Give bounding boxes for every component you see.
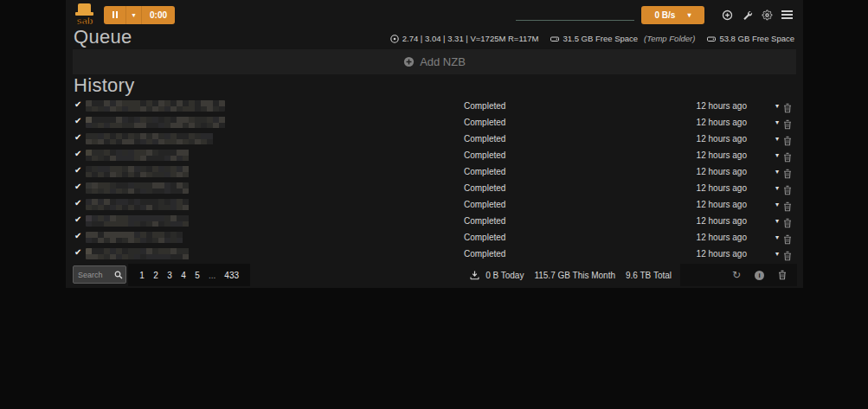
redacted-job-name [86,248,190,259]
sabnzbd-logo[interactable]: sab [71,3,99,27]
page-button[interactable]: 5 [192,271,203,280]
history-row[interactable]: ✔Completed12 hours ago▾ [66,246,803,262]
footer-actions: ↻ i [680,264,797,286]
free-space-complete-value: 53.8 GB Free Space [719,34,794,43]
row-actions-caret[interactable]: ▾ [775,131,779,147]
row-actions-caret[interactable]: ▾ [775,196,779,213]
gear-icon[interactable] [761,9,773,21]
row-actions-caret[interactable]: ▾ [775,114,779,131]
delete-row-icon[interactable] [783,200,792,210]
redacted-job-name [86,100,225,112]
plus-circle-icon [403,56,415,67]
info-icon[interactable]: i [755,271,764,280]
add-icon[interactable] [721,9,733,21]
history-row[interactable]: ✔Completed12 hours ago▾ [66,114,803,131]
row-actions-caret[interactable]: ▾ [775,163,779,180]
job-status: Completed [464,180,505,196]
queue-title: Queue [74,26,132,48]
row-actions-caret[interactable]: ▾ [775,213,779,229]
row-actions-caret[interactable]: ▾ [775,98,779,114]
job-status: Completed [464,213,505,229]
delete-row-icon[interactable] [783,150,792,161]
menu-icon[interactable] [781,9,793,21]
refresh-icon[interactable]: ↻ [732,269,741,281]
speed-value: 0 B/s [655,10,676,20]
job-age: 12 hours ago [697,114,747,131]
redacted-job-name [86,232,188,243]
redacted-job-name [86,150,190,161]
history-row[interactable]: ✔Completed12 hours ago▾ [66,213,803,229]
delete-row-icon[interactable] [783,118,792,128]
delete-row-icon[interactable] [783,249,792,259]
page-button[interactable]: 2 [151,271,161,280]
job-age: 12 hours ago [697,196,747,213]
trash-icon[interactable] [778,270,787,280]
svg-text:sab: sab [77,16,93,26]
top-navbar: sab ▾ 0:00 0 B/s ▾ [66,0,803,29]
row-actions-caret[interactable]: ▾ [775,246,779,262]
history-footer: 12345...433 0 B Today 115.7 GB This Mont… [73,264,797,286]
history-row[interactable]: ✔Completed12 hours ago▾ [66,98,803,114]
download-icon [470,271,479,280]
delete-row-icon[interactable] [783,233,792,243]
pause-timer[interactable]: 0:00 [142,6,175,24]
redacted-job-name [86,133,216,144]
search-icon[interactable] [112,266,125,283]
performance-values: 2.74 | 3.04 | 3.31 | V=1725M R=117M [402,34,539,43]
job-age: 12 hours ago [697,229,747,246]
delete-row-icon[interactable] [783,134,792,144]
history-row[interactable]: ✔Completed12 hours ago▾ [66,163,803,180]
row-actions-caret[interactable]: ▾ [775,180,779,196]
job-age: 12 hours ago [697,98,747,114]
job-age: 12 hours ago [697,147,747,163]
job-status: Completed [464,246,505,262]
add-nzb-label: Add NZB [420,55,466,68]
page-button[interactable]: 1 [137,271,147,280]
completed-check-icon: ✔ [74,214,81,224]
page-button[interactable]: 4 [178,271,189,280]
temp-folder-note: (Temp Folder) [644,34,695,43]
page-ellipsis: ... [206,271,218,280]
downloaded-total: 9.6 TB Total [626,271,672,280]
downloaded-today: 0 B Today [485,271,524,280]
row-actions-caret[interactable]: ▾ [775,147,779,163]
completed-check-icon: ✔ [74,149,81,158]
status-bar: 2.74 | 3.04 | 3.31 | V=1725M R=117M 31.5… [390,34,794,43]
history-list: ✔Completed12 hours ago▾✔Completed12 hour… [66,98,803,262]
completed-check-icon: ✔ [74,132,81,142]
wrench-icon[interactable] [741,9,753,21]
history-row[interactable]: ✔Completed12 hours ago▾ [66,196,803,213]
history-row[interactable]: ✔Completed12 hours ago▾ [66,229,803,246]
delete-row-icon[interactable] [783,216,792,227]
download-totals: 0 B Today 115.7 GB This Month 9.6 TB Tot… [470,264,672,286]
delete-row-icon[interactable] [783,167,792,177]
search-input[interactable] [74,271,112,279]
pause-dropdown-caret[interactable]: ▾ [126,6,142,24]
completed-check-icon: ✔ [74,165,81,175]
delete-row-icon[interactable] [783,183,792,194]
add-nzb-dropzone[interactable]: Add NZB [73,49,796,74]
page-button[interactable]: 3 [164,271,175,280]
history-row[interactable]: ✔Completed12 hours ago▾ [66,131,803,147]
sabnzbd-app: sab ▾ 0:00 0 B/s ▾ [66,0,803,288]
performance-icon [390,35,399,43]
downloaded-month: 115.7 GB This Month [534,271,615,280]
redacted-job-name [86,199,190,210]
hdd-icon [707,35,716,43]
page-button[interactable]: 433 [222,271,241,280]
job-status: Completed [464,163,505,180]
completed-check-icon: ✔ [74,231,81,240]
performance-stats: 2.74 | 3.04 | 3.31 | V=1725M R=117M [390,34,539,43]
job-status: Completed [464,114,505,131]
pause-button[interactable] [104,6,126,24]
history-row[interactable]: ✔Completed12 hours ago▾ [66,180,803,196]
row-actions-caret[interactable]: ▾ [775,229,779,246]
speed-limit-dropdown[interactable]: 0 B/s ▾ [641,6,704,24]
redacted-job-name [86,166,190,177]
history-title: History [74,74,135,97]
history-row[interactable]: ✔Completed12 hours ago▾ [66,147,803,163]
pagination: 12345...433 [128,264,250,286]
redacted-job-name [86,182,189,194]
completed-check-icon: ✔ [74,116,81,125]
delete-row-icon[interactable] [783,101,792,112]
